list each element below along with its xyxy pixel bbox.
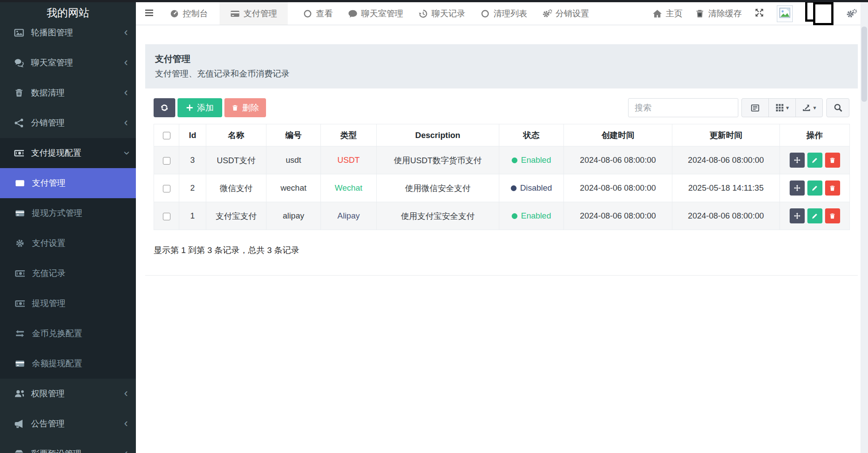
page-header: 支付管理 支付管理、充值记录和金币消费记录 — [145, 44, 858, 88]
sidebar-item-payment-withdraw-config[interactable]: 支付提现配置‹ — [0, 138, 136, 168]
nav-item-clear-cache[interactable]: 清除缓存 — [695, 8, 742, 19]
scrollbar-thumb[interactable] — [861, 27, 867, 102]
sidebar-item-label: 充值记录 — [32, 268, 66, 279]
nav-item-dashboard[interactable]: 控制台 — [170, 2, 208, 25]
navbar-left-group: 控制台支付管理查看聊天室管理聊天记录清理列表分销设置 — [154, 2, 589, 25]
comment-icon — [348, 9, 358, 19]
share-icon — [12, 118, 26, 128]
hamburger-icon — [144, 8, 154, 20]
sidebar-item-payment-manage[interactable]: 支付管理 — [0, 168, 136, 198]
page-scrollbar[interactable] — [860, 2, 868, 453]
chevron-left-icon: ‹ — [124, 116, 128, 128]
plus-icon — [186, 104, 193, 111]
cell-name: 微信支付 — [206, 174, 266, 202]
card-icon — [230, 9, 240, 19]
cell-type: USDT — [321, 146, 377, 174]
row-checkbox[interactable] — [163, 213, 170, 220]
refresh-button[interactable] — [154, 98, 175, 117]
column-header: 编号 — [266, 124, 321, 146]
export-icon — [802, 104, 811, 112]
sidebar-item-distribution-manage[interactable]: 分销管理‹ — [0, 108, 136, 138]
sidebar-item-data-clean[interactable]: 数据清理‹ — [0, 78, 136, 108]
sidebar-toggle-button[interactable] — [144, 2, 154, 25]
nav-item-label: 清除缓存 — [708, 8, 742, 19]
delete-row-button[interactable] — [825, 180, 840, 196]
list-view-icon — [751, 104, 760, 112]
move-row-button[interactable] — [790, 180, 805, 196]
sidebar-item-label: 提现方式管理 — [32, 207, 82, 219]
nav-item-chatroom-manage[interactable]: 聊天室管理 — [348, 2, 403, 25]
export-button[interactable]: ▾ — [795, 98, 823, 117]
users-icon — [12, 389, 26, 399]
sidebar-item-coin-exchange-config[interactable]: 金币兑换配置 — [0, 319, 136, 349]
trash-icon — [12, 88, 26, 98]
edit-row-button[interactable] — [807, 153, 822, 168]
row-checkbox[interactable] — [163, 157, 170, 165]
nav-item-clean-list[interactable]: 清理列表 — [480, 2, 527, 25]
nav-item-distribution-settings[interactable]: 分销设置 — [542, 2, 589, 25]
sidebar-item-label: 公告管理 — [31, 418, 65, 430]
chevron-left-icon: ‹ — [124, 86, 128, 98]
status-dot — [512, 157, 517, 163]
nav-item-label: 分销设置 — [556, 8, 589, 19]
sidebar-item-permission-manage[interactable]: 权限管理‹ — [0, 379, 136, 409]
row-checkbox[interactable] — [163, 185, 170, 192]
nav-item-home[interactable]: 主页 — [652, 8, 683, 19]
sidebar-item-label: 数据清理 — [31, 87, 65, 99]
nav-item-chat-history[interactable]: 聊天记录 — [418, 2, 465, 25]
nav-item-label: 清理列表 — [494, 8, 527, 19]
nav-item-payment-manage[interactable]: 支付管理 — [220, 2, 288, 25]
sidebar-item-recharge-records[interactable]: 充值记录 — [0, 258, 136, 288]
cell-id: 2 — [179, 174, 206, 202]
broken-image-icon — [779, 7, 791, 20]
sidebar-item-label: 聊天室管理 — [31, 57, 73, 69]
settings-gears-icon[interactable] — [846, 8, 857, 19]
sidebar-item-withdraw-manage[interactable]: 提现管理 — [0, 288, 136, 319]
status-dot — [512, 213, 517, 219]
top-navbar: 控制台支付管理查看聊天室管理聊天记录清理列表分销设置 主页清除缓存 — [136, 2, 868, 25]
add-button[interactable]: 添加 — [177, 98, 222, 117]
card-icon — [13, 359, 27, 369]
nav-item-view[interactable]: 查看 — [303, 2, 333, 25]
edit-row-button[interactable] — [807, 180, 822, 196]
home-icon — [652, 9, 662, 19]
site-logo[interactable]: 我的网站 — [0, 0, 136, 25]
cell-status: Disabled — [499, 174, 564, 202]
exchange-icon — [13, 329, 27, 338]
card-icon — [13, 178, 27, 188]
delete-button[interactable]: 删除 — [224, 98, 266, 117]
table-row: 2微信支付wechatWechat使用微信安全支付Disabled2024-08… — [154, 174, 850, 202]
grid-icon — [775, 104, 784, 112]
cell-type: Alipay — [321, 202, 377, 230]
nav-item-label: 查看 — [316, 8, 333, 19]
card-icon — [13, 208, 27, 218]
pagination-toggle-button[interactable] — [741, 98, 769, 117]
delete-row-button[interactable] — [825, 208, 840, 223]
search-submit-button[interactable] — [826, 98, 849, 117]
sidebar-item-lottery-preset-manage[interactable]: 彩票预设管理‹ — [0, 439, 136, 453]
sidebar-item-balance-withdraw-config[interactable]: 余额提现配置 — [0, 349, 136, 379]
status-label: Enabled — [521, 211, 551, 220]
chevron-left-icon: ‹ — [124, 56, 128, 68]
column-header: Description — [377, 124, 499, 146]
money-icon — [12, 148, 26, 158]
cell-id: 1 — [179, 202, 206, 230]
sidebar-item-withdraw-method-manage[interactable]: 提现方式管理 — [0, 198, 136, 228]
sidebar: 我的网站 轮播图管理‹聊天室管理‹数据清理‹分销管理‹支付提现配置‹支付管理提现… — [0, 0, 136, 453]
avatar-broken-image[interactable] — [777, 5, 793, 22]
sidebar-item-chatroom-manage[interactable]: 聊天室管理‹ — [0, 48, 136, 78]
fullscreen-toggle[interactable] — [754, 8, 764, 19]
money-icon — [13, 299, 27, 308]
trash-icon — [829, 157, 836, 164]
main-content: 支付管理 支付管理、充值记录和金币消费记录 添加 — [136, 25, 868, 453]
columns-toggle-button[interactable]: ▾ — [768, 98, 796, 117]
select-all-checkbox[interactable] — [163, 132, 170, 139]
edit-row-button[interactable] — [807, 208, 822, 223]
search-input[interactable] — [628, 98, 738, 117]
delete-row-button[interactable] — [825, 153, 840, 168]
move-row-button[interactable] — [790, 153, 805, 168]
table-row: 3USDT支付usdtUSDT使用USDT数字货币支付Enabled2024-0… — [154, 146, 850, 174]
sidebar-item-announcement-manage[interactable]: 公告管理‹ — [0, 409, 136, 439]
sidebar-item-payment-settings[interactable]: 支付设置 — [0, 228, 136, 258]
move-row-button[interactable] — [790, 208, 805, 223]
